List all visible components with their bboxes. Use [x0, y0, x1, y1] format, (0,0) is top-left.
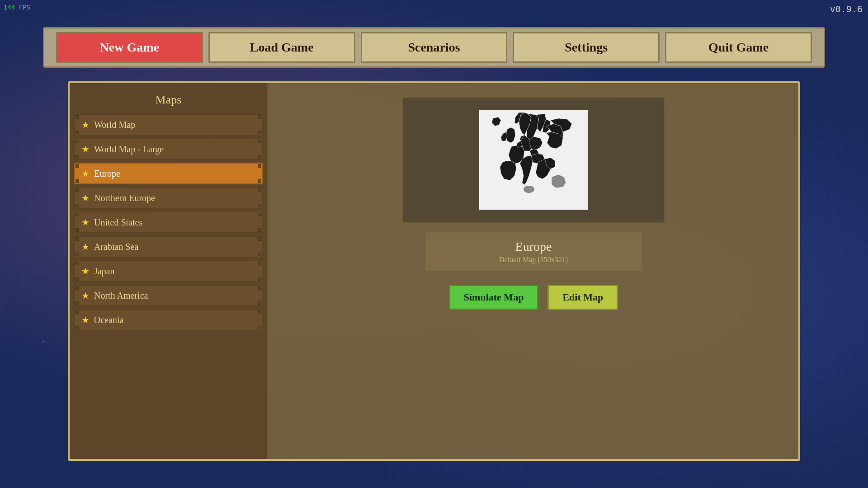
map-item-label: United States [94, 217, 142, 228]
map-info-sub: Default Map (350x321) [435, 256, 632, 264]
map-item-label: North America [94, 291, 148, 301]
map-list-item-japan[interactable]: ★ Japan [74, 260, 263, 282]
map-star-icon: ★ [81, 168, 90, 179]
map-item-label: Europe [94, 169, 120, 179]
map-preview-area [402, 97, 665, 223]
map-list-item-arabian-sea[interactable]: ★ Arabian Sea [74, 236, 263, 258]
map-star-icon: ★ [81, 119, 90, 130]
svg-point-23 [524, 186, 534, 193]
fps-counter: 144 FPS [4, 4, 30, 11]
load-game-button[interactable]: Load Game [208, 32, 355, 63]
maps-panel-title: Maps [74, 88, 263, 114]
settings-wrap: Settings [513, 32, 660, 63]
map-list-item-oceania[interactable]: ★ Oceania [74, 309, 263, 331]
map-list-item-united-states[interactable]: ★ United States [74, 211, 263, 233]
main-panel: Maps ★ World Map ★ World Map - Large ★ E… [68, 81, 800, 461]
settings-button[interactable]: Settings [513, 32, 660, 63]
map-star-icon: ★ [81, 192, 90, 203]
map-star-icon: ★ [81, 144, 90, 155]
load-game-wrap: Load Game [208, 32, 355, 63]
map-detail-panel: Europe Default Map (350x321) Simulate Ma… [269, 83, 798, 459]
map-star-icon: ★ [81, 241, 90, 252]
map-item-label: Arabian Sea [94, 242, 138, 252]
simulate-map-button[interactable]: Simulate Map [449, 285, 539, 310]
map-info-name: Europe [435, 239, 632, 254]
map-list-item-northern-europe[interactable]: ★ Northern Europe [74, 187, 263, 209]
scenarios-button[interactable]: Scenarios [361, 32, 508, 63]
map-star-icon: ★ [81, 290, 90, 301]
new-game-wrap: New Game [56, 32, 203, 63]
map-star-icon: ★ [81, 266, 90, 277]
map-list-item-north-america[interactable]: ★ North America [74, 285, 263, 306]
map-item-label: Oceania [94, 315, 124, 325]
quit-game-button[interactable]: Quit Game [665, 32, 812, 63]
maps-list-panel: Maps ★ World Map ★ World Map - Large ★ E… [70, 83, 269, 459]
map-list-item-europe[interactable]: ★ Europe [74, 163, 263, 184]
map-star-icon: ★ [81, 314, 90, 325]
map-action-buttons: Simulate Map Edit Map [449, 285, 618, 310]
map-list-item-world-map[interactable]: ★ World Map [74, 114, 263, 136]
edit-map-button[interactable]: Edit Map [547, 285, 618, 310]
map-info-box: Europe Default Map (350x321) [425, 232, 642, 271]
map-list-item-world-map-large[interactable]: ★ World Map - Large [74, 138, 263, 160]
quit-game-wrap: Quit Game [665, 32, 812, 63]
version-label: v0.9.6 [830, 4, 863, 14]
top-nav-bar: New Game Load Game Scenarios Settings Qu… [43, 27, 825, 68]
map-item-label: Japan [94, 266, 115, 277]
map-star-icon: ★ [81, 217, 90, 228]
map-item-label: World Map [94, 120, 135, 130]
maps-list: ★ World Map ★ World Map - Large ★ Europe… [74, 114, 263, 455]
new-game-button[interactable]: New Game [56, 32, 203, 63]
map-item-label: World Map - Large [94, 144, 164, 155]
europe-map-image [479, 110, 588, 210]
scenarios-wrap: Scenarios [361, 32, 508, 63]
map-item-label: Northern Europe [94, 193, 155, 203]
